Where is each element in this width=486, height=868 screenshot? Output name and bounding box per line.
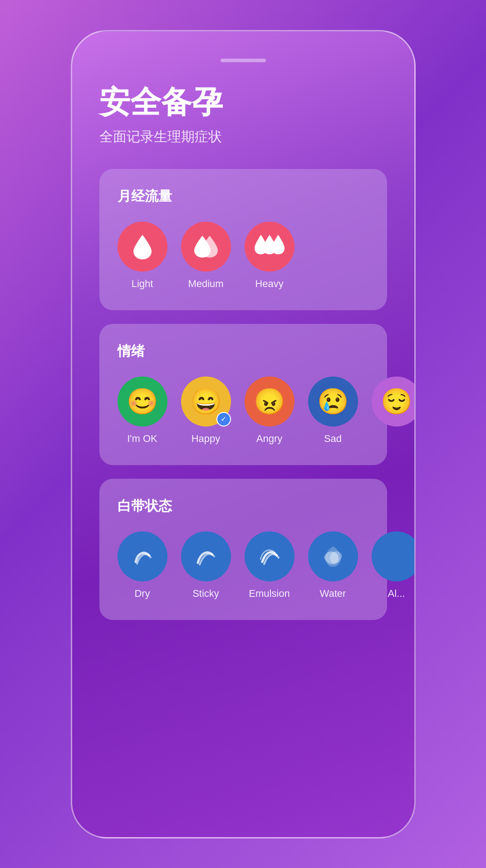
- phone-notch: [221, 59, 266, 62]
- mood-item-angry[interactable]: 😠 Angry: [245, 377, 295, 445]
- phone-frame: 安全备孕 全面记录生理期症状 月经流量 Light: [71, 30, 416, 838]
- discharge-albumin-icon: [383, 543, 410, 570]
- discharge-emulsion-circle[interactable]: [245, 531, 295, 581]
- mood-angry-circle[interactable]: 😠: [245, 377, 295, 427]
- mood-sad-emoji: 😢: [317, 389, 349, 414]
- mood-items-row: 😊 I'm OK 😄 ✓ Happy 😠 Angry 😢: [118, 377, 369, 445]
- flow-section-title: 月经流量: [118, 187, 369, 206]
- drop-medium-icon: [192, 233, 220, 260]
- mood-angry-label: Angry: [256, 433, 282, 445]
- mood-happy-label: Happy: [191, 433, 221, 445]
- app-subtitle: 全面记录生理期症状: [99, 128, 387, 146]
- discharge-card: 白带状态 Dry: [99, 479, 387, 620]
- discharge-albumin-circle[interactable]: [372, 531, 416, 581]
- mood-extra-circle[interactable]: 😌: [372, 377, 416, 427]
- discharge-emulsion-icon: [256, 543, 283, 570]
- mood-ok-emoji: 😊: [127, 389, 158, 414]
- mood-happy-emoji: 😄: [190, 389, 222, 414]
- mood-sad-label: Sad: [324, 433, 342, 445]
- mood-angry-emoji: 😠: [254, 389, 285, 414]
- mood-extra-emoji: 😌: [381, 389, 412, 414]
- mood-item-happy[interactable]: 😄 ✓ Happy: [181, 377, 231, 445]
- mood-section-title: 情绪: [118, 342, 369, 361]
- mood-item-ok[interactable]: 😊 I'm OK: [118, 377, 167, 445]
- discharge-dry-label: Dry: [134, 588, 150, 600]
- discharge-items-row: Dry Sticky: [118, 531, 369, 600]
- flow-medium-label: Medium: [188, 278, 223, 290]
- mood-card: 情绪 😊 I'm OK 😄 ✓ Happy 😠 Angry: [99, 324, 387, 465]
- discharge-section-title: 白带状态: [118, 497, 369, 516]
- discharge-item-emulsion[interactable]: Emulsion: [245, 531, 295, 600]
- drop-heavy-icon: [254, 234, 285, 259]
- flow-medium-circle[interactable]: [181, 222, 231, 272]
- discharge-water-icon: [319, 543, 347, 570]
- flow-heavy-circle[interactable]: [245, 222, 295, 272]
- app-title: 安全备孕: [99, 85, 387, 119]
- discharge-sticky-circle[interactable]: [181, 531, 231, 581]
- mood-item-extra[interactable]: 😌: [372, 377, 416, 427]
- discharge-sticky-label: Sticky: [192, 588, 219, 600]
- discharge-emulsion-label: Emulsion: [249, 588, 290, 600]
- drop-light-icon: [132, 234, 153, 259]
- flow-light-circle[interactable]: [118, 222, 167, 272]
- discharge-item-sticky[interactable]: Sticky: [181, 531, 231, 600]
- flow-item-light[interactable]: Light: [118, 222, 167, 290]
- discharge-dry-circle[interactable]: [118, 531, 167, 581]
- discharge-dry-icon: [129, 543, 156, 570]
- flow-light-label: Light: [132, 278, 153, 290]
- flow-items-row: Light Medium: [118, 222, 369, 290]
- discharge-water-circle[interactable]: [308, 531, 358, 581]
- discharge-water-label: Water: [320, 588, 346, 600]
- discharge-sticky-icon: [192, 543, 220, 570]
- mood-item-sad[interactable]: 😢 Sad: [308, 377, 358, 445]
- flow-card: 月经流量 Light Medium: [99, 169, 387, 310]
- discharge-item-water[interactable]: Water: [308, 531, 358, 600]
- selected-check-badge: ✓: [216, 412, 231, 427]
- flow-heavy-label: Heavy: [255, 278, 283, 290]
- discharge-item-albumin[interactable]: Al...: [372, 531, 416, 600]
- mood-sad-circle[interactable]: 😢: [308, 377, 358, 427]
- discharge-item-dry[interactable]: Dry: [118, 531, 167, 600]
- svg-point-4: [385, 545, 408, 568]
- mood-happy-circle[interactable]: 😄 ✓: [181, 377, 231, 427]
- mood-ok-circle[interactable]: 😊: [118, 377, 167, 427]
- mood-ok-label: I'm OK: [127, 433, 157, 445]
- flow-item-heavy[interactable]: Heavy: [245, 222, 295, 290]
- discharge-albumin-label: Al...: [388, 588, 405, 600]
- flow-item-medium[interactable]: Medium: [181, 222, 231, 290]
